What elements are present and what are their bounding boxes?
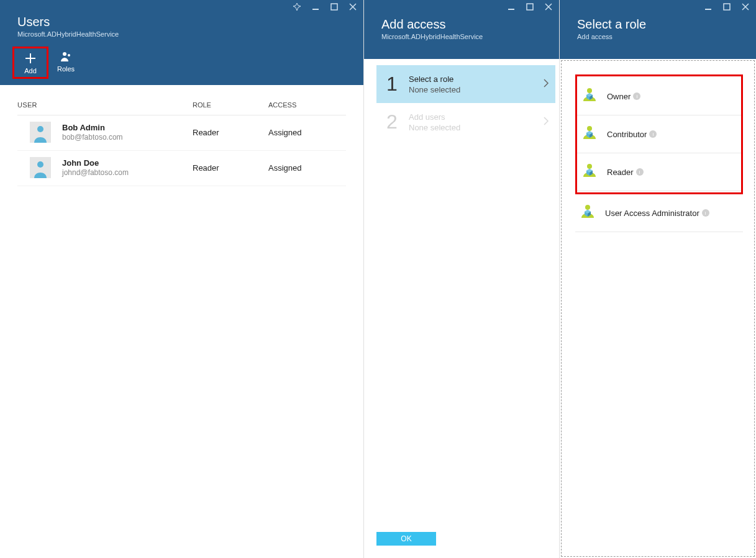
role-list: Owner i Contributor i Reader i	[562, 74, 754, 232]
users-table: USER ROLE ACCESS Bob Admin bob@fabtoso.c…	[0, 85, 363, 186]
user-email: bob@fabtoso.com	[62, 133, 193, 142]
add-access-subtitle: Microsoft.ADHybridHealthService	[381, 33, 559, 40]
window-controls	[293, 2, 357, 11]
close-icon[interactable]	[741, 2, 750, 11]
svg-rect-6	[312, 9, 319, 10]
users-blade: Users Microsoft.ADHybridHealthService Ad…	[0, 0, 364, 558]
roles-button[interactable]: Roles	[48, 47, 83, 79]
plus-icon	[23, 51, 38, 66]
svg-rect-13	[724, 4, 730, 10]
minimize-icon[interactable]	[704, 2, 713, 11]
svg-point-8	[63, 52, 66, 56]
user-info: Bob Admin bob@fabtoso.com	[62, 123, 193, 142]
svg-rect-12	[705, 9, 711, 10]
users-title: Users	[17, 15, 363, 29]
select-role-subtitle: Add access	[577, 33, 756, 40]
step-title: Select a role	[409, 74, 543, 84]
users-header: Users Microsoft.ADHybridHealthService Ad…	[0, 0, 363, 85]
role-owner[interactable]: Owner i	[577, 78, 741, 115]
step-title: Add users	[409, 112, 543, 122]
window-controls	[704, 2, 750, 11]
step-number: 2	[381, 110, 403, 133]
add-label: Add	[24, 67, 37, 74]
role-icon	[579, 204, 596, 222]
select-role-body: Owner i Contributor i Reader i	[561, 60, 755, 557]
add-access-header: Add access Microsoft.ADHybridHealthServi…	[364, 0, 559, 59]
svg-rect-10	[508, 9, 514, 10]
roles-label: Roles	[57, 65, 75, 73]
role-label: Owner	[607, 92, 631, 101]
svg-rect-7	[331, 4, 337, 10]
select-role-header: Select a role Add access	[560, 0, 756, 59]
avatar	[30, 122, 51, 143]
select-role-blade: Select a role Add access Owner i Contrib…	[560, 0, 756, 558]
add-access-body: 1 Select a role None selected 2 Add user…	[364, 59, 559, 532]
close-icon[interactable]	[544, 2, 553, 11]
close-icon[interactable]	[348, 2, 357, 11]
maximize-icon[interactable]	[330, 2, 339, 11]
role-icon	[581, 163, 598, 181]
svg-rect-11	[527, 4, 533, 10]
table-row[interactable]: Bob Admin bob@fabtoso.com Reader Assigne…	[17, 115, 346, 151]
minimize-icon[interactable]	[507, 2, 516, 11]
step-text: Add users None selected	[409, 112, 543, 132]
user-role: Reader	[193, 128, 268, 137]
ok-bar: OK	[364, 532, 559, 558]
user-name: Bob Admin	[62, 123, 193, 132]
role-label: User Access Administrator	[605, 209, 699, 218]
pin-icon[interactable]	[293, 2, 301, 11]
window-controls	[507, 2, 553, 11]
avatar	[30, 157, 51, 178]
maximize-icon[interactable]	[722, 2, 731, 11]
user-access: Assigned	[268, 163, 346, 173]
info-icon[interactable]: i	[633, 92, 640, 100]
svg-point-9	[68, 54, 70, 56]
info-icon[interactable]: i	[636, 168, 644, 176]
highlighted-role-group: Owner i Contributor i Reader i	[575, 74, 743, 194]
add-access-blade: Add access Microsoft.ADHybridHealthServi…	[364, 0, 560, 558]
role-icon	[581, 88, 598, 105]
step-sub: None selected	[409, 85, 543, 94]
col-role-header: ROLE	[193, 101, 268, 109]
maximize-icon[interactable]	[526, 2, 534, 11]
col-user-header: USER	[17, 101, 193, 109]
step-add-users[interactable]: 2 Add users None selected	[376, 103, 555, 141]
col-access-header: ACCESS	[268, 101, 346, 109]
role-label: Contributor	[607, 130, 647, 139]
roles-icon	[58, 49, 73, 64]
user-access: Assigned	[268, 128, 346, 137]
role-icon	[581, 125, 598, 143]
step-number: 1	[381, 73, 403, 96]
role-reader[interactable]: Reader i	[577, 153, 741, 191]
table-row[interactable]: John Doe johnd@fabtoso.com Reader Assign…	[17, 151, 346, 186]
info-icon[interactable]: i	[702, 209, 709, 217]
users-table-head: USER ROLE ACCESS	[17, 97, 346, 115]
add-button[interactable]: Add	[12, 47, 48, 79]
user-email: johnd@fabtoso.com	[62, 168, 193, 177]
add-access-title: Add access	[381, 17, 559, 32]
role-user-access-administrator[interactable]: User Access Administrator i	[575, 194, 743, 232]
step-select-role[interactable]: 1 Select a role None selected	[376, 65, 555, 103]
users-subtitle: Microsoft.ADHybridHealthService	[17, 30, 363, 38]
user-role: Reader	[193, 163, 268, 173]
info-icon[interactable]: i	[649, 130, 657, 138]
users-toolbar: Add Roles	[0, 40, 363, 85]
step-text: Select a role None selected	[409, 74, 543, 94]
minimize-icon[interactable]	[311, 2, 320, 11]
role-contributor[interactable]: Contributor i	[577, 115, 741, 153]
user-name: John Doe	[62, 158, 193, 168]
user-info: John Doe johnd@fabtoso.com	[62, 158, 193, 177]
chevron-right-icon	[543, 78, 549, 90]
ok-button[interactable]: OK	[376, 532, 436, 546]
step-list: 1 Select a role None selected 2 Add user…	[364, 59, 559, 141]
users-body: USER ROLE ACCESS Bob Admin bob@fabtoso.c…	[0, 85, 363, 558]
chevron-right-icon	[543, 116, 549, 128]
step-sub: None selected	[409, 123, 543, 132]
role-label: Reader	[607, 168, 634, 177]
select-role-title: Select a role	[577, 17, 756, 32]
